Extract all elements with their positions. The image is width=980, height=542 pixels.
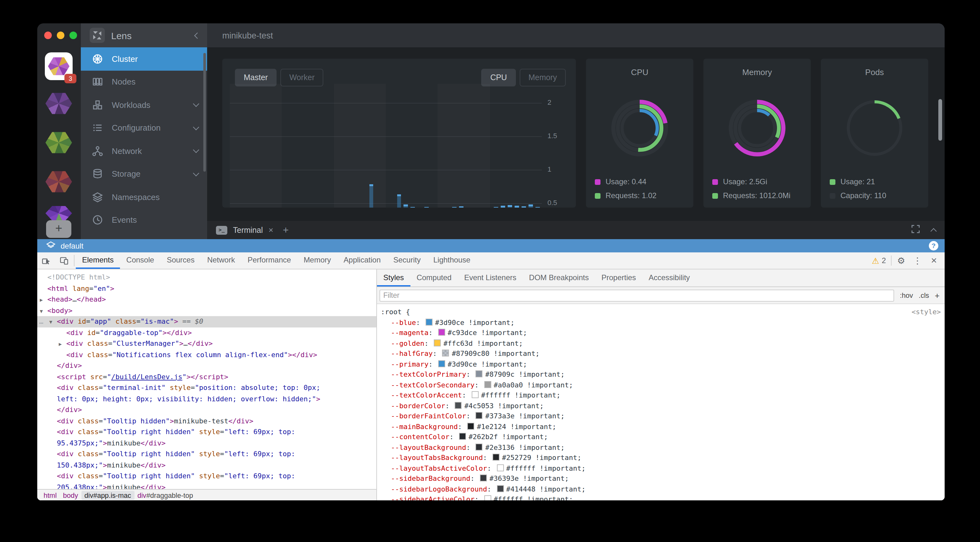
- namespace-label[interactable]: default: [60, 241, 83, 250]
- sidebar-item-storage[interactable]: Storage: [81, 162, 207, 185]
- dom-tree-row[interactable]: <div class="Notifications flex column al…: [37, 349, 376, 360]
- tab-application[interactable]: Application: [337, 252, 387, 269]
- css-property-row[interactable]: --borderFaintColor: #373a3e !important;: [381, 411, 941, 422]
- minimize-window-button[interactable]: [57, 32, 64, 39]
- css-property-row[interactable]: --sidebarBackground: #36393e !important;: [381, 474, 941, 484]
- css-property-name[interactable]: --halfGray: [391, 350, 433, 358]
- tab-elements[interactable]: Elements: [76, 252, 120, 269]
- css-property-row[interactable]: --primary: #3d90ce !important;: [381, 359, 941, 370]
- css-property-name[interactable]: --layoutTabsActiveColor: [391, 464, 487, 472]
- css-property-value[interactable]: #252729 !important;: [502, 454, 582, 462]
- breadcrumb-item[interactable]: div#draggable-top: [134, 491, 196, 499]
- tab-security[interactable]: Security: [387, 252, 427, 269]
- dom-tree-row[interactable]: 150.438px;">minikube</div>: [37, 460, 376, 471]
- devtools-menu-icon[interactable]: ⋮: [909, 255, 926, 266]
- color-swatch[interactable]: [455, 402, 462, 409]
- css-property-name[interactable]: --layoutBackground: [391, 443, 466, 452]
- css-property-value[interactable]: #ffffff !important;: [481, 391, 561, 399]
- css-property-row[interactable]: --layoutBackground: #2e3136 !important;: [381, 443, 941, 453]
- css-property-row[interactable]: --golden: #ffc63d !important;: [381, 339, 941, 349]
- dom-tree-row[interactable]: <div class="Tooltip right hidden" style=…: [37, 448, 376, 460]
- css-property-row[interactable]: --textColorPrimary: #87909c !important;: [381, 370, 941, 380]
- active-cluster-tile[interactable]: 3: [45, 52, 73, 80]
- color-swatch[interactable]: [434, 339, 441, 346]
- add-cluster-button[interactable]: +: [46, 220, 72, 238]
- css-property-name[interactable]: --contentColor: [391, 433, 449, 441]
- css-property-name[interactable]: --layoutTabsBackground: [391, 454, 483, 462]
- expand-arrow-icon[interactable]: ▶: [40, 295, 43, 306]
- element-classes-button[interactable]: .cls: [919, 292, 929, 299]
- tab-console[interactable]: Console: [120, 252, 161, 269]
- css-property-name[interactable]: --borderColor: [391, 402, 445, 410]
- color-swatch[interactable]: [476, 370, 483, 377]
- styles-tab-computed[interactable]: Computed: [410, 269, 458, 287]
- css-property-value[interactable]: #ffffff !important;: [506, 464, 585, 472]
- css-property-name[interactable]: --textColorPrimary: [391, 370, 466, 379]
- css-property-value[interactable]: #4c5053 !important;: [465, 402, 544, 410]
- inspect-element-icon[interactable]: [37, 252, 55, 269]
- dom-tree-row[interactable]: ▼<body>: [37, 305, 376, 316]
- dom-tree-row[interactable]: <div class="Tooltip right hidden" style=…: [37, 426, 376, 437]
- css-property-row[interactable]: --layoutTabsBackground: #252729 !importa…: [381, 453, 941, 463]
- color-swatch[interactable]: [438, 329, 445, 336]
- terminal-tab-label[interactable]: Terminal: [233, 225, 263, 235]
- close-window-button[interactable]: [44, 32, 52, 39]
- new-terminal-icon[interactable]: +: [283, 224, 289, 236]
- sidebar-item-events[interactable]: Events: [81, 209, 207, 231]
- cluster-icon[interactable]: 3: [45, 52, 73, 80]
- collapse-arrow-icon[interactable]: ▼: [49, 317, 52, 328]
- dom-tree-row[interactable]: ▶<head>…</head>: [37, 294, 376, 305]
- tab-network[interactable]: Network: [201, 252, 241, 269]
- css-property-row[interactable]: --textColorSecondary: #a0a0a0 !important…: [381, 380, 941, 391]
- css-property-name[interactable]: --sidebarBackground: [391, 474, 471, 483]
- css-property-row[interactable]: --layoutTabsActiveColor: #ffffff !import…: [381, 463, 941, 474]
- color-swatch[interactable]: [467, 422, 474, 429]
- dom-tree-row[interactable]: <script src="/build/LensDev.js"></script…: [37, 371, 376, 382]
- close-terminal-icon[interactable]: ×: [269, 225, 274, 235]
- close-devtools-icon[interactable]: ×: [926, 255, 942, 266]
- toggle-element-state-button[interactable]: :hov: [900, 292, 913, 299]
- css-property-value[interactable]: #c93dce !important;: [448, 329, 527, 337]
- stylesheet-origin[interactable]: <style>: [912, 307, 941, 318]
- css-property-name[interactable]: --textColorAccent: [391, 391, 462, 399]
- tab-performance[interactable]: Performance: [241, 252, 297, 269]
- color-swatch[interactable]: [459, 433, 466, 440]
- color-swatch[interactable]: [496, 485, 504, 492]
- css-property-row[interactable]: --sidebarActiveColor: #ffffff !important…: [381, 494, 941, 500]
- color-swatch[interactable]: [426, 319, 433, 325]
- cluster-icon[interactable]: [45, 170, 72, 194]
- color-swatch[interactable]: [480, 474, 487, 482]
- css-property-name[interactable]: --borderFaintColor: [391, 412, 466, 420]
- styles-filter-input[interactable]: [380, 289, 894, 301]
- dom-tree-row[interactable]: <html lang="en">: [37, 283, 376, 294]
- css-property-name[interactable]: --golden: [391, 339, 424, 347]
- dom-tree-row[interactable]: <div class="terminal-init" style="positi…: [37, 382, 376, 393]
- sidebar-item-network[interactable]: Network: [81, 139, 207, 162]
- dom-tree-row[interactable]: <!DOCTYPE html>: [37, 272, 376, 283]
- css-property-row[interactable]: --halfGray: #87909c80 !important;: [381, 349, 941, 359]
- css-property-value[interactable]: #87909c80 !important;: [452, 350, 539, 358]
- css-property-row[interactable]: --contentColor: #262b2f !important;: [381, 432, 941, 443]
- dom-tree-row[interactable]: left: 0px; height: 0px; visibility: hidd…: [37, 393, 376, 404]
- cluster-icon[interactable]: [45, 92, 72, 116]
- dom-tree-row[interactable]: <div id="draggable-top"></div>: [37, 327, 376, 338]
- sidebar-scrollbar[interactable]: [203, 53, 206, 172]
- sidebar-item-cluster[interactable]: Cluster: [81, 48, 207, 70]
- expand-arrow-icon[interactable]: ▶: [59, 339, 62, 350]
- styles-tab-dom-breakpoints[interactable]: DOM Breakpoints: [523, 269, 595, 287]
- css-property-value[interactable]: #262b2f !important;: [469, 433, 548, 441]
- breadcrumb-item[interactable]: html: [40, 491, 60, 499]
- css-property-row[interactable]: --sidebarLogoBackground: #414448 !import…: [381, 484, 941, 494]
- color-swatch[interactable]: [476, 443, 483, 450]
- css-property-value[interactable]: #1e2124 !important;: [477, 422, 556, 431]
- color-swatch[interactable]: [496, 464, 504, 471]
- color-swatch[interactable]: [476, 412, 483, 419]
- styles-tab-accessibility[interactable]: Accessibility: [642, 269, 696, 287]
- cluster-icon[interactable]: [45, 205, 72, 222]
- zoom-window-button[interactable]: [70, 32, 77, 39]
- styles-tab-event-listeners[interactable]: Event Listeners: [458, 269, 522, 287]
- sidebar-item-workloads[interactable]: Workloads: [81, 94, 207, 116]
- breadcrumb-item[interactable]: body: [60, 491, 81, 499]
- css-property-row[interactable]: --textColorAccent: #ffffff !important;: [381, 391, 941, 401]
- css-property-name[interactable]: --sidebarLogoBackground: [391, 485, 487, 493]
